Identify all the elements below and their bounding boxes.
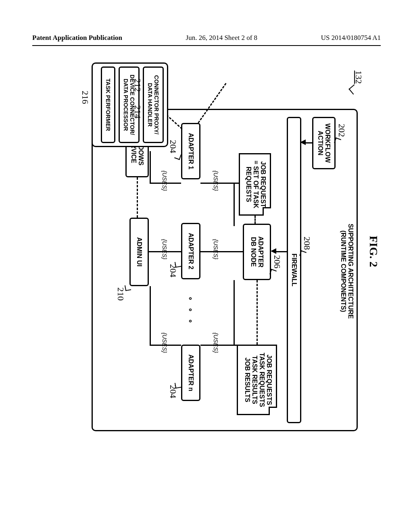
ref-132: 132 — [353, 71, 364, 84]
header-date-sheet: Jun. 26, 2014 Sheet 2 of 8 — [186, 34, 258, 42]
ref-206: 206 — [272, 255, 282, 268]
uses-a2-admin: {USES} — [161, 239, 168, 260]
note2-l3: TASK RESULTS — [251, 348, 258, 411]
detail-l2: DATA HANDLER — [147, 83, 153, 127]
arrow-fw-db-icon — [271, 248, 276, 254]
adapter-ellipsis: ∘ ∘ ∘ — [186, 296, 195, 326]
conn-db-note2 — [257, 280, 258, 345]
note2-l4: JOB RESULTS — [244, 348, 251, 411]
note2-l1: JOB REQUESTS — [265, 348, 273, 411]
detail-l5: TASK PERFORMER — [105, 79, 111, 131]
leader-210-icon — [125, 285, 131, 291]
connector-proxy-box: CONNECTOR PROXY/ DATA HANDLER — [143, 66, 164, 143]
detail-l4: DATA PROCESSOR — [123, 79, 129, 131]
uses-an-admin: {USES} — [161, 332, 168, 353]
adapter-db-node-box: ADAPTER DB NODE — [243, 224, 271, 280]
leader-204c-icon — [175, 382, 181, 389]
ref-204-a: 204 — [168, 140, 178, 153]
adapter-2-box: ADAPTER 2 — [181, 223, 200, 279]
workflow-action-box: WORKFLOW ACTION — [312, 117, 336, 169]
admin-ui-box: ADMIN UI — [129, 218, 149, 286]
conn-a1-ws-h — [150, 151, 151, 183]
arrow-wf-fw-icon — [300, 139, 306, 145]
page: Patent Application Publication Jun. 26, … — [0, 0, 413, 532]
uses-a1-ws: {USES} — [161, 170, 168, 191]
note-job-task-results: JOB REQUESTS TASK REQUESTS TASK RESULTS … — [237, 345, 277, 415]
header-pubnum: US 2014/0180754 A1 — [321, 34, 381, 42]
figure-area: FIG. 2 132 SUPPORTING ARCHITECTURE (RUNT… — [33, 62, 380, 433]
arch-title-l2: (RUNTIME COMPONENTS) — [340, 219, 347, 324]
note2-l2: TASK REQUESTS — [258, 348, 265, 411]
firewall-box: FIREWALL — [287, 117, 301, 423]
arch-title-l1: SUPPORTING ARCHITECTURE — [347, 219, 354, 324]
conn-wf-fw — [305, 142, 312, 143]
adapter-1-box: ADAPTER 1 — [181, 123, 200, 179]
conn-ws-admin — [137, 177, 138, 218]
leader-204b-icon — [175, 261, 181, 268]
task-performer-box: TASK PERFORMER — [101, 66, 115, 143]
ref-216: 216 — [80, 91, 90, 104]
detail-l1: CONNECTOR PROXY/ — [153, 75, 160, 135]
page-header: Patent Application Publication Jun. 26, … — [0, 32, 413, 46]
uses-an-db: {USES} — [213, 332, 219, 353]
leader-132-icon — [348, 84, 359, 94]
adapter-n-box: ADAPTER n — [181, 345, 200, 401]
header-rule — [32, 45, 381, 46]
figure-title: FIG. 2 — [367, 236, 380, 267]
conn-an-db-h — [234, 280, 235, 346]
conn-a2-db — [200, 251, 243, 252]
ref-212: 212 — [132, 79, 143, 92]
conn-a1-db-v — [200, 183, 239, 184]
ref-208: 208 — [302, 237, 312, 250]
note1-l1: JOB REQUEST — [259, 157, 267, 212]
ref-210: 210 — [115, 287, 126, 301]
adapter-detail-box: CONNECTOR PROXY/ DATA HANDLER DEVICE CON… — [92, 62, 168, 147]
note-job-request: JOB REQUEST = SET OF TASK REQUESTS — [239, 153, 271, 216]
conn-note1-db — [254, 216, 256, 224]
note1-l2: = SET OF TASK — [252, 157, 259, 212]
ref-214: 214 — [132, 105, 143, 118]
diagram: FIG. 2 132 SUPPORTING ARCHITECTURE (RUNT… — [33, 62, 380, 433]
uses-a1-db: {USES} — [213, 170, 219, 191]
uses-a2-db: {USES} — [213, 239, 219, 260]
device-connector-box: DEVICE CONNECTOR/ DATA PROCESSOR — [119, 66, 140, 143]
arch-title: SUPPORTING ARCHITECTURE (RUNTIME COMPONE… — [340, 219, 354, 324]
conn-an-admin-h — [150, 286, 151, 346]
header-publication: Patent Application Publication — [32, 34, 122, 42]
note1-l3: REQUESTS — [245, 157, 252, 212]
ref-202: 202 — [336, 124, 347, 137]
conn-fw-db — [275, 251, 287, 252]
conn-a1-db-h — [234, 183, 235, 226]
